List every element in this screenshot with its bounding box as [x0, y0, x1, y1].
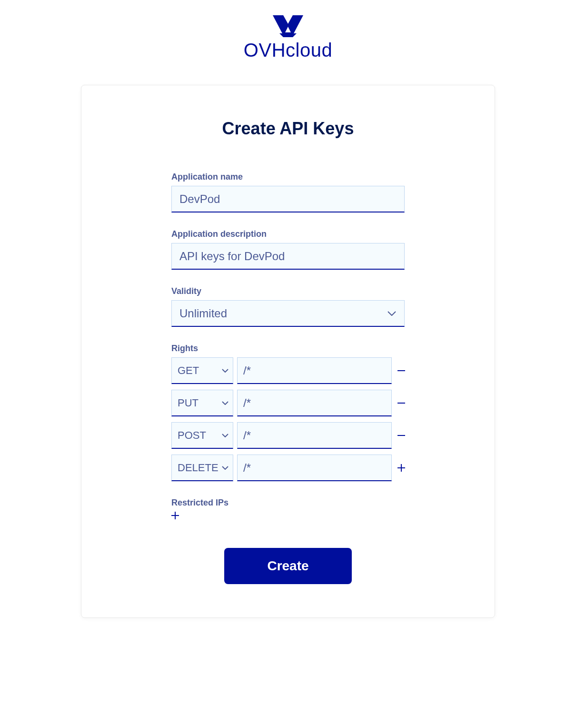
app-name-group: Application name [171, 172, 405, 212]
app-name-input[interactable] [171, 186, 405, 212]
minus-icon [397, 403, 405, 404]
minus-icon [397, 370, 405, 371]
rights-group: Rights GETPUTPOSTDELETE [171, 344, 405, 481]
app-name-label: Application name [171, 172, 405, 182]
path-input[interactable] [237, 390, 392, 416]
create-button[interactable]: Create [224, 548, 351, 584]
form-container: Application name Application description… [171, 172, 405, 519]
ovhcloud-logo: OVHcloud [244, 14, 332, 61]
method-select[interactable]: POST [171, 422, 233, 449]
validity-label: Validity [171, 286, 405, 296]
app-description-input[interactable] [171, 243, 405, 270]
method-select-wrapper: DELETE [171, 455, 233, 481]
plus-icon [171, 512, 179, 519]
restricted-ips-group: Restricted IPs [171, 498, 405, 519]
path-input[interactable] [237, 422, 392, 449]
rights-row: PUT [171, 390, 405, 416]
remove-right-button[interactable] [396, 370, 407, 371]
method-select-wrapper: POST [171, 422, 233, 449]
remove-right-button[interactable] [396, 435, 407, 436]
app-description-label: Application description [171, 229, 405, 239]
path-input[interactable] [237, 455, 392, 481]
minus-icon [397, 435, 405, 436]
app-description-group: Application description [171, 229, 405, 270]
validity-select[interactable]: Unlimited [171, 300, 405, 327]
rights-row: GET [171, 357, 405, 384]
page-title: Create API Keys [110, 119, 466, 139]
add-right-button[interactable] [396, 464, 407, 472]
create-api-keys-card: Create API Keys Application name Applica… [81, 85, 495, 618]
rights-row: POST [171, 422, 405, 449]
method-select-wrapper: GET [171, 357, 233, 384]
plus-icon [397, 464, 405, 472]
method-select[interactable]: PUT [171, 390, 233, 416]
method-select[interactable]: DELETE [171, 455, 233, 481]
logo-container: OVHcloud [29, 14, 547, 61]
rights-row: DELETE [171, 455, 405, 481]
remove-right-button[interactable] [396, 403, 407, 404]
validity-group: Validity Unlimited [171, 286, 405, 327]
logo-text: OVHcloud [244, 40, 332, 61]
ovhcloud-logo-icon [269, 14, 307, 37]
path-input[interactable] [237, 357, 392, 384]
submit-container: Create [110, 548, 466, 584]
restricted-ips-label: Restricted IPs [171, 498, 405, 508]
validity-select-wrapper: Unlimited [171, 300, 405, 327]
add-restricted-ip-button[interactable] [171, 512, 183, 519]
rights-rows-container: GETPUTPOSTDELETE [171, 357, 405, 481]
rights-label: Rights [171, 344, 405, 354]
method-select[interactable]: GET [171, 357, 233, 384]
method-select-wrapper: PUT [171, 390, 233, 416]
